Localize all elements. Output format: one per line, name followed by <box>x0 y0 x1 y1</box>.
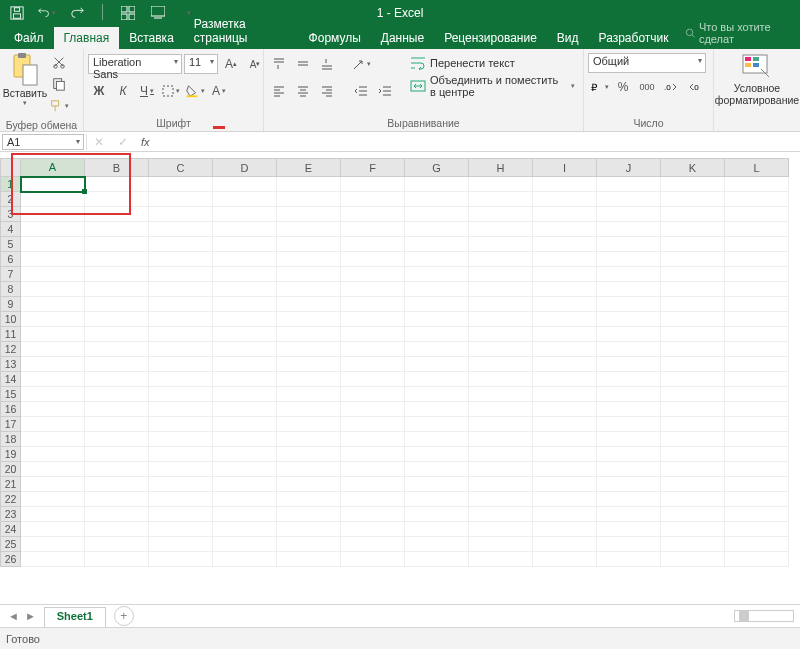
cell[interactable] <box>149 447 213 462</box>
cell[interactable] <box>21 447 85 462</box>
cell[interactable] <box>85 267 149 282</box>
row-header[interactable]: 4 <box>1 222 21 237</box>
cell[interactable] <box>21 342 85 357</box>
cell[interactable] <box>405 342 469 357</box>
cell[interactable] <box>149 342 213 357</box>
cell[interactable] <box>405 402 469 417</box>
cell[interactable] <box>21 372 85 387</box>
cell[interactable] <box>149 267 213 282</box>
cell[interactable] <box>213 432 277 447</box>
cell[interactable] <box>661 492 725 507</box>
cell[interactable] <box>213 177 277 192</box>
cell[interactable] <box>597 402 661 417</box>
conditional-formatting-button[interactable]: Условное форматирование <box>718 51 796 106</box>
cell[interactable] <box>533 357 597 372</box>
cell[interactable] <box>85 462 149 477</box>
cell[interactable] <box>597 312 661 327</box>
cell[interactable] <box>149 222 213 237</box>
increase-decimal-icon[interactable]: .0 <box>660 76 682 98</box>
cell[interactable] <box>277 222 341 237</box>
cell[interactable] <box>213 282 277 297</box>
cell[interactable] <box>597 477 661 492</box>
number-format-combo[interactable]: Общий <box>588 53 706 73</box>
cell[interactable] <box>725 327 789 342</box>
column-header[interactable]: K <box>661 159 725 177</box>
cancel-formula-icon[interactable]: ✕ <box>87 135 111 149</box>
cell[interactable] <box>85 552 149 567</box>
row-header[interactable]: 17 <box>1 417 21 432</box>
tab-developer[interactable]: Разработчик <box>589 27 679 49</box>
cell[interactable] <box>85 477 149 492</box>
cell[interactable] <box>21 312 85 327</box>
cell[interactable] <box>149 357 213 372</box>
cell[interactable] <box>341 237 405 252</box>
cell[interactable] <box>405 327 469 342</box>
cell[interactable] <box>405 312 469 327</box>
cell[interactable] <box>533 297 597 312</box>
cell[interactable] <box>149 237 213 252</box>
cell[interactable] <box>85 417 149 432</box>
cell[interactable] <box>533 237 597 252</box>
cell[interactable] <box>277 297 341 312</box>
cell[interactable] <box>21 297 85 312</box>
cell[interactable] <box>725 522 789 537</box>
column-header[interactable]: C <box>149 159 213 177</box>
cell[interactable] <box>597 522 661 537</box>
cell[interactable] <box>213 312 277 327</box>
cell[interactable] <box>341 462 405 477</box>
cell[interactable] <box>405 537 469 552</box>
cell[interactable] <box>341 177 405 192</box>
cell[interactable] <box>533 207 597 222</box>
column-header[interactable]: E <box>277 159 341 177</box>
cell[interactable] <box>725 222 789 237</box>
cell[interactable] <box>277 432 341 447</box>
cell[interactable] <box>661 177 725 192</box>
cell[interactable] <box>597 252 661 267</box>
cell[interactable] <box>149 432 213 447</box>
cell[interactable] <box>277 192 341 207</box>
cell[interactable] <box>661 477 725 492</box>
cell[interactable] <box>149 207 213 222</box>
cell[interactable] <box>405 207 469 222</box>
cell[interactable] <box>85 192 149 207</box>
cell[interactable] <box>85 522 149 537</box>
column-header[interactable]: D <box>213 159 277 177</box>
cell[interactable] <box>725 372 789 387</box>
cell[interactable] <box>661 192 725 207</box>
cell[interactable] <box>597 372 661 387</box>
cell[interactable] <box>725 312 789 327</box>
percent-icon[interactable]: % <box>612 76 634 98</box>
italic-button[interactable]: К <box>112 80 134 102</box>
cell[interactable] <box>85 447 149 462</box>
cell[interactable] <box>469 402 533 417</box>
cell[interactable] <box>725 402 789 417</box>
cell[interactable] <box>149 312 213 327</box>
cell[interactable] <box>85 357 149 372</box>
cell[interactable] <box>85 207 149 222</box>
cell[interactable] <box>341 192 405 207</box>
cell[interactable] <box>469 207 533 222</box>
cell[interactable] <box>661 552 725 567</box>
cell[interactable] <box>149 552 213 567</box>
cell[interactable] <box>277 267 341 282</box>
cell[interactable] <box>469 252 533 267</box>
cell[interactable] <box>597 342 661 357</box>
cell[interactable] <box>597 432 661 447</box>
cell[interactable] <box>597 237 661 252</box>
cell[interactable] <box>533 462 597 477</box>
cell[interactable] <box>149 282 213 297</box>
cell[interactable] <box>277 237 341 252</box>
cell[interactable] <box>85 177 149 192</box>
cell[interactable] <box>341 282 405 297</box>
cell[interactable] <box>213 372 277 387</box>
cell[interactable] <box>341 417 405 432</box>
cell[interactable] <box>149 537 213 552</box>
cell[interactable] <box>21 507 85 522</box>
cell[interactable] <box>213 267 277 282</box>
cell[interactable] <box>277 372 341 387</box>
cell[interactable] <box>149 192 213 207</box>
cell[interactable] <box>661 267 725 282</box>
cell[interactable] <box>725 387 789 402</box>
cell[interactable] <box>725 357 789 372</box>
cell[interactable] <box>213 477 277 492</box>
